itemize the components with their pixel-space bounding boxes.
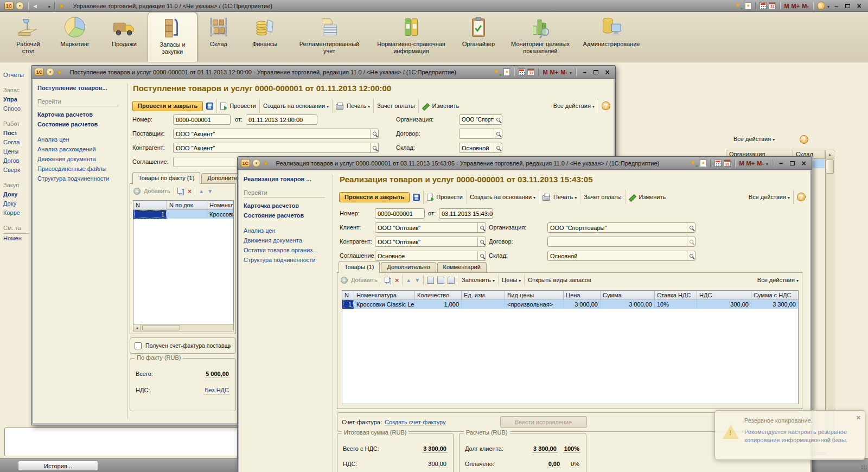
calculator-icon[interactable] [760, 2, 767, 9]
client-field[interactable]: ООО "Оптовик" [375, 222, 486, 233]
sidebar-link[interactable]: Структура подчиненности [37, 174, 125, 183]
grid-row[interactable]: 1 Кроссовки Classic Le... [133, 210, 233, 219]
copy-icon[interactable] [177, 188, 182, 194]
help-button[interactable] [797, 193, 806, 201]
forward-button[interactable] [40, 3, 46, 9]
open-favorites-icon[interactable] [700, 160, 706, 167]
invoice-received-checkbox[interactable] [135, 342, 142, 349]
bg-nav-item[interactable]: Догов [3, 156, 31, 165]
memory-mplus-button[interactable]: M+ [746, 160, 755, 167]
copy-icon[interactable] [385, 277, 390, 283]
maximize-button[interactable] [591, 68, 601, 76]
sidebar-link[interactable]: Остатки товаров организ... [244, 245, 330, 255]
all-actions-button[interactable]: Все действия [749, 194, 790, 200]
memory-mplus-button[interactable]: M+ [792, 3, 800, 9]
lookup-icon[interactable] [687, 237, 695, 246]
info-button[interactable] [817, 2, 825, 10]
fill-button[interactable]: Заполнить [462, 277, 495, 283]
add-favorite-icon[interactable] [735, 2, 743, 10]
close-button[interactable] [854, 2, 864, 10]
cell-price[interactable]: 3 000,00 [564, 300, 601, 309]
favorites-star-icon[interactable] [59, 2, 65, 10]
sidebar-link[interactable]: Карточка расчетов [244, 201, 330, 211]
column-header[interactable]: N [342, 291, 354, 299]
memory-m-button[interactable]: M [542, 69, 547, 75]
column-header[interactable]: Цена [564, 291, 601, 299]
bg-selected-row-fragment[interactable] [812, 159, 825, 168]
save-icon[interactable] [413, 194, 420, 201]
memory-m-button[interactable]: M [784, 3, 789, 9]
edit-icon[interactable] [422, 103, 429, 110]
bg-nav-item[interactable]: Корре [3, 208, 31, 218]
post-icon[interactable] [427, 194, 433, 201]
open-stock-views-button[interactable]: Открыть виды запасов [528, 277, 591, 283]
bg-nav-item[interactable]: Спосо [3, 104, 31, 113]
cell-unit[interactable] [462, 300, 505, 309]
sidebar-link[interactable]: Присоединенные файлы [37, 164, 125, 174]
date-field[interactable]: 01.11.2013 12:00:00 [246, 114, 317, 125]
add-button[interactable]: Добавить [351, 277, 378, 283]
scrollbar-thumb[interactable] [142, 325, 180, 330]
horizontal-scrollbar[interactable]: ◄ [133, 324, 234, 331]
edit-button[interactable]: Изменить [432, 103, 459, 109]
column-header[interactable]: N по док. [167, 201, 207, 209]
minimize-button[interactable] [776, 159, 786, 167]
payment-offset-button[interactable]: Зачет оплаты [584, 194, 621, 200]
history-button[interactable]: История... [18, 461, 98, 471]
tab-additional[interactable]: Дополнительно [381, 262, 436, 272]
counterparty-field[interactable]: ООО "Оптовик" [375, 237, 486, 247]
bg-nav-item[interactable]: Отчеты [3, 71, 31, 80]
all-actions-button[interactable]: Все действия [553, 103, 595, 109]
prices-button[interactable]: Цены [502, 277, 521, 283]
window-menu-button[interactable] [46, 68, 54, 76]
edit-icon[interactable] [629, 194, 636, 201]
more-dropdown-icon[interactable] [766, 160, 768, 167]
window1-titlebar[interactable]: 1С Поступление товаров и услуг 0000-0000… [31, 66, 615, 79]
sidebar-link[interactable]: Состояние расчетов [244, 211, 330, 220]
number-field[interactable]: 0000-000001 [173, 114, 231, 125]
window2-titlebar[interactable]: 1С Реализация товаров и услуг 0000-00000… [238, 157, 812, 170]
warehouse-field[interactable]: Основной [547, 251, 695, 261]
supplier-field[interactable]: ООО "Акцент" [173, 129, 379, 139]
open-favorites-icon[interactable] [503, 68, 510, 76]
bg-scrollbar[interactable]: ▲ ▼ [825, 150, 834, 443]
grid-all-actions-button[interactable]: Все действия [757, 277, 799, 283]
lookup-icon[interactable] [477, 223, 486, 232]
column-header[interactable]: Количество [415, 291, 462, 299]
section-regulated-accounting[interactable]: Регламентированный учет [290, 12, 369, 62]
back-button[interactable] [32, 3, 38, 9]
print-icon[interactable] [336, 104, 343, 110]
sidebar-link[interactable]: Анализ цен [37, 135, 125, 144]
lookup-icon[interactable] [494, 115, 502, 124]
bg-nav-item[interactable]: Упра [3, 95, 31, 104]
move-up-icon[interactable] [199, 188, 204, 194]
open-favorites-icon[interactable] [745, 2, 751, 10]
minimize-button[interactable] [832, 2, 841, 10]
sum-icon[interactable] [427, 277, 434, 284]
section-warehouse[interactable]: Склад [197, 12, 240, 62]
calendar-icon[interactable] [769, 2, 776, 9]
column-header[interactable]: Ставка НДС [655, 291, 697, 299]
add-icon[interactable] [341, 277, 348, 284]
scroll-left-icon[interactable]: ◄ [133, 324, 141, 331]
cell-item[interactable]: Кроссовки Classic Le... [354, 300, 415, 309]
lookup-icon[interactable] [370, 129, 378, 138]
bg-nav-item[interactable]: Номен [3, 234, 31, 243]
number-field[interactable]: 0000-000001 [375, 208, 425, 219]
cell-n-doc[interactable] [167, 210, 207, 219]
print-button[interactable]: Печать [553, 194, 577, 200]
close-button[interactable] [603, 68, 612, 76]
post-and-close-button[interactable]: Провести и закрыть [339, 192, 410, 202]
print-button[interactable]: Печать [347, 103, 370, 109]
create-from-button[interactable]: Создать на основании [263, 103, 329, 109]
maximize-button[interactable] [788, 159, 797, 167]
main-menu-button[interactable] [16, 2, 24, 10]
move-down-icon[interactable] [414, 277, 420, 283]
history-dropdown-icon[interactable] [48, 3, 50, 9]
section-sales[interactable]: Продажи [101, 12, 148, 62]
print-icon[interactable] [542, 195, 550, 201]
tab-goods-by-fact[interactable]: Товары по факту (1) [132, 172, 200, 184]
column-header[interactable]: Сумма с НДС [751, 291, 798, 299]
lookup-icon[interactable] [477, 251, 486, 260]
tab-comment[interactable]: Комментарий [437, 262, 487, 272]
